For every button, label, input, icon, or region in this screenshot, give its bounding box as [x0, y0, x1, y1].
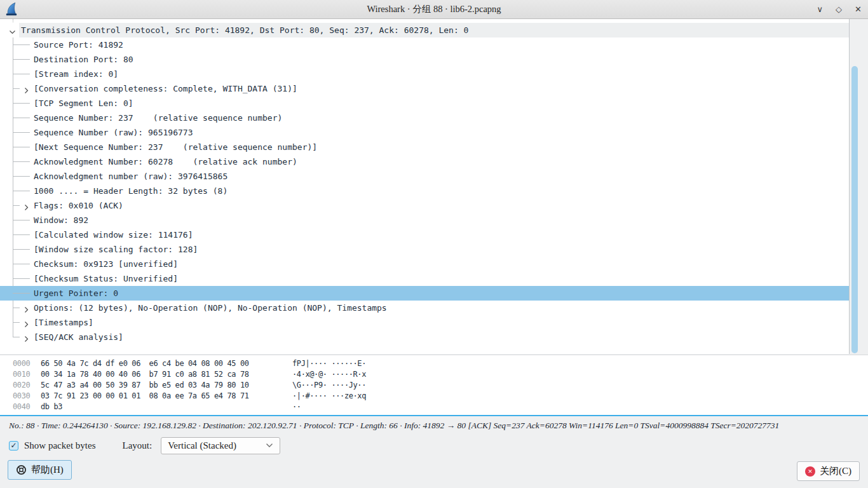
hex-row[interactable]: 003003 7c 91 23 00 00 01 01 08 0a ee 7a …: [0, 391, 868, 402]
expander-collapsed-icon[interactable]: [22, 333, 31, 341]
tree-branch-line: [13, 74, 30, 74]
hex-row[interactable]: 0040db b3··: [0, 402, 868, 412]
tree-row[interactable]: [TCP Segment Len: 0]: [0, 96, 849, 111]
tree-row[interactable]: Transmission Control Protocol, Src Port:…: [0, 23, 849, 37]
tree-row[interactable]: [Conversation completeness: Complete, WI…: [0, 81, 849, 96]
tree-row-label: Flags: 0x010 (ACK): [0, 198, 849, 213]
tree-branch-line: [13, 147, 30, 147]
tree-row-label: Transmission Control Protocol, Src Port:…: [0, 23, 849, 37]
tree-row-label: [Stream index: 0]: [0, 67, 849, 81]
tree-row[interactable]: Source Port: 41892: [0, 37, 849, 52]
hex-offset: 0010: [13, 369, 30, 380]
tree-row[interactable]: [Checksum Status: Unverified]: [0, 271, 849, 286]
close-button-label: 关闭(C): [820, 465, 851, 477]
layout-dropdown[interactable]: Vertical (Stacked): [161, 437, 280, 454]
tree-row[interactable]: Destination Port: 80: [0, 52, 849, 67]
close-button[interactable]: ✕ 关闭(C): [797, 461, 860, 481]
tree-row[interactable]: Acknowledgment number (raw): 3976415865: [0, 169, 849, 184]
tree-scrollbar-track[interactable]: [850, 19, 860, 354]
packet-detail-tree: Transmission Control Protocol, Src Port:…: [0, 19, 850, 354]
tree-row[interactable]: Checksum: 0x9123 [unverified]: [0, 257, 849, 271]
tree-row-label: Urgent Pointer: 0: [0, 286, 849, 301]
tree-branch-line: [13, 161, 30, 162]
hex-bytes: 03 7c 91 23 00 00 01 01 08 0a ee 7a 65 e…: [41, 391, 249, 402]
minimize-button[interactable]: ∨: [817, 5, 824, 13]
tree-row[interactable]: Sequence Number: 237 (relative sequence …: [0, 111, 849, 125]
tree-branch-line: [13, 264, 30, 264]
tree-branch-line: [13, 118, 30, 118]
hex-bytes: db b3: [41, 402, 62, 412]
tree-branch-line: [13, 44, 30, 45]
tree-row-label: [TCP Segment Len: 0]: [0, 96, 849, 111]
window-title: Wireshark · 分组 88 · lib6-2.pcapng: [0, 0, 868, 18]
tree-row[interactable]: Sequence Number (raw): 965196773: [0, 125, 849, 140]
tree-row-label: [Timestamps]: [0, 315, 849, 330]
expander-collapsed-icon[interactable]: [22, 304, 31, 312]
hex-bytes: 66 50 4a 7c d4 df e0 06 e6 c4 be 04 08 0…: [41, 358, 249, 369]
tree-row[interactable]: Acknowledgment Number: 60278 (relative a…: [0, 154, 849, 169]
tree-row-label: Acknowledgment Number: 60278 (relative a…: [0, 154, 849, 169]
packet-summary-line: No.: 88 · Time: 0.244264130 · Source: 19…: [9, 421, 860, 432]
tree-row-label: Sequence Number (raw): 965196773: [0, 125, 849, 140]
hex-ascii: ·4·x@·@· ·····R·x: [292, 369, 366, 380]
tree-row[interactable]: Options: (12 bytes), No-Operation (NOP),…: [0, 301, 849, 315]
tree-branch-line: [13, 205, 20, 206]
layout-label: Layout:: [122, 440, 152, 451]
hex-offset: 0020: [13, 380, 30, 391]
tree-row-label: Source Port: 41892: [0, 37, 849, 52]
hex-ascii: ·|·#···· ···ze·xq: [292, 391, 366, 402]
expander-expanded-icon[interactable]: [8, 26, 17, 34]
tree-branch-line: [13, 88, 20, 89]
tree-row-label: [SEQ/ACK analysis]: [0, 330, 849, 344]
hex-offset: 0000: [13, 358, 30, 369]
tree-row[interactable]: [Calculated window size: 114176]: [0, 227, 849, 242]
tree-row-label: [Calculated window size: 114176]: [0, 227, 849, 242]
tree-branch-line: [13, 176, 30, 177]
hex-offset: 0030: [13, 391, 30, 402]
tree-scrollbar-thumb[interactable]: [851, 66, 858, 353]
tree-row-label: [Conversation completeness: Complete, WI…: [0, 81, 849, 96]
tree-row[interactable]: [Timestamps]: [0, 315, 849, 330]
tree-row[interactable]: Window: 892: [0, 213, 849, 227]
hex-offset: 0040: [13, 402, 30, 412]
help-icon: [16, 464, 27, 475]
show-packet-bytes-label: Show packet bytes: [24, 440, 95, 451]
maximize-button[interactable]: ◇: [836, 5, 842, 13]
tree-branch-line: [13, 132, 30, 133]
tree-branch-line: [13, 103, 30, 104]
help-button-label: 帮助(H): [31, 464, 64, 476]
expander-collapsed-icon[interactable]: [22, 201, 31, 210]
tree-row-selected[interactable]: Urgent Pointer: 0: [0, 286, 849, 301]
expander-collapsed-icon[interactable]: [22, 85, 31, 93]
tree-branch-line: [13, 293, 30, 294]
hex-row[interactable]: 000066 50 4a 7c d4 df e0 06 e6 c4 be 04 …: [0, 358, 868, 369]
hex-row[interactable]: 001000 34 1a 78 40 00 40 06 b7 91 c0 a8 …: [0, 369, 868, 380]
expander-collapsed-icon[interactable]: [22, 318, 31, 327]
tree-branch-line: [13, 278, 30, 279]
tree-row[interactable]: [Next Sequence Number: 237 (relative seq…: [0, 140, 849, 154]
tree-row[interactable]: 1000 .... = Header Length: 32 bytes (8): [0, 184, 849, 198]
help-button[interactable]: 帮助(H): [8, 460, 72, 480]
close-window-button[interactable]: ✕: [855, 5, 862, 13]
tree-row[interactable]: Flags: 0x010 (ACK): [0, 198, 849, 213]
tree-row-label: Checksum: 0x9123 [unverified]: [0, 257, 849, 271]
tree-branch-line: [13, 191, 30, 191]
tree-branch-line: [13, 322, 20, 323]
tree-row-label: [Checksum Status: Unverified]: [0, 271, 849, 286]
tree-row-label: [Next Sequence Number: 237 (relative seq…: [0, 140, 849, 154]
hex-bytes: 00 34 1a 78 40 00 40 06 b7 91 c0 a8 81 5…: [41, 369, 249, 380]
packet-bytes-pane[interactable]: 000066 50 4a 7c d4 df e0 06 e6 c4 be 04 …: [0, 355, 868, 416]
hex-row[interactable]: 00205c 47 a3 a4 00 50 39 87 bb e5 ed 03 …: [0, 380, 868, 391]
tree-row-label: 1000 .... = Header Length: 32 bytes (8): [0, 184, 849, 198]
tree-row[interactable]: [Window size scaling factor: 128]: [0, 242, 849, 257]
tree-branch-line: [13, 249, 30, 250]
tree-row[interactable]: [SEQ/ACK analysis]: [0, 330, 849, 344]
packet-dialog: { "window": { "title": "Wireshark · 分组 8…: [0, 0, 868, 488]
hex-ascii: ··: [292, 402, 301, 412]
hex-ascii: fPJ|···· ······E·: [292, 358, 366, 369]
tree-row-label: Acknowledgment number (raw): 3976415865: [0, 169, 849, 184]
checkmark-icon: ✓: [10, 442, 17, 449]
tree-row-label: Window: 892: [0, 213, 849, 227]
tree-row[interactable]: [Stream index: 0]: [0, 67, 849, 81]
show-packet-bytes-checkbox[interactable]: ✓: [9, 441, 18, 451]
